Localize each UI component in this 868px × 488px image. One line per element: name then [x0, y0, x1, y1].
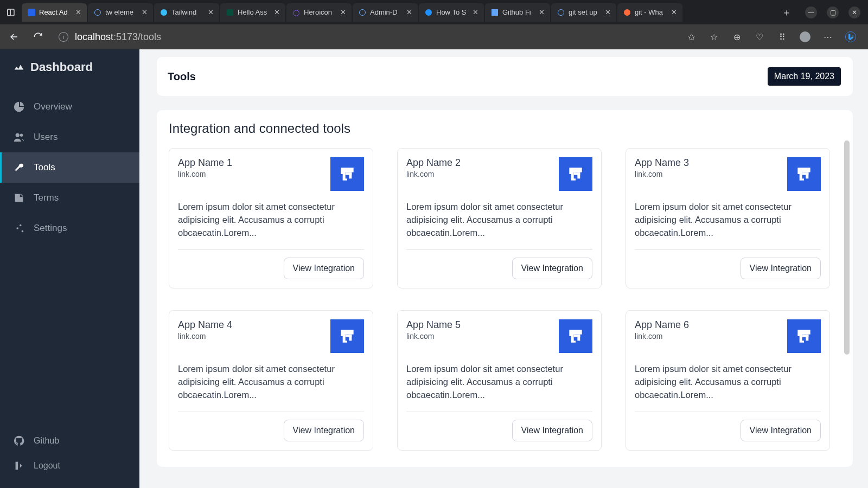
card-divider [635, 249, 821, 250]
tab-label: git set up [569, 8, 601, 16]
svg-point-3 [20, 134, 23, 137]
card-link[interactable]: link.com [406, 332, 461, 341]
integration-card: App Name 1 link.com Lorem ipsum dolor si… [169, 148, 373, 288]
browser-tab[interactable]: tw eleme ✕ [88, 3, 153, 22]
back-button[interactable] [5, 28, 23, 46]
app-logo-icon [787, 319, 821, 353]
view-integration-button[interactable]: View Integration [741, 420, 821, 441]
tab-favicon-icon: ◯ [292, 8, 301, 17]
browser-tab[interactable]: git set up ✕ [551, 3, 616, 22]
svg-point-2 [16, 133, 20, 137]
sidebar-item-logout[interactable]: Logout [0, 453, 139, 478]
github-icon [13, 435, 25, 447]
collections-icon[interactable]: ⊕ [731, 31, 742, 42]
svg-rect-10 [349, 172, 352, 179]
svg-rect-26 [577, 334, 580, 341]
tab-label: Tailwind [171, 8, 204, 16]
performance-icon[interactable]: ♡ [754, 31, 765, 42]
tab-close-icon[interactable]: ✕ [669, 8, 678, 17]
tab-label: Admin-D [370, 8, 403, 16]
browser-tab[interactable]: Github Fi ✕ [485, 3, 550, 22]
brand[interactable]: Dashboard [0, 49, 139, 86]
pie-chart-icon [13, 101, 25, 113]
tab-actions-icon[interactable] [0, 2, 22, 23]
read-aloud-icon[interactable]: ✩ [686, 31, 697, 42]
tab-close-icon[interactable]: ✕ [603, 8, 612, 17]
bing-chat-icon[interactable] [845, 31, 856, 42]
svg-rect-18 [806, 172, 808, 179]
sidebar-item-label: Logout [34, 461, 60, 471]
tab-label: git - Wha [635, 8, 667, 16]
integration-card: App Name 6 link.com Lorem ipsum dolor si… [626, 310, 830, 451]
sidebar-item-label: Tools [34, 162, 55, 173]
sidebar-item-github[interactable]: Github [0, 428, 139, 453]
tab-label: Github Fi [502, 8, 535, 16]
view-integration-button[interactable]: View Integration [512, 258, 592, 279]
wrench-icon [13, 162, 25, 174]
integrations-grid: App Name 1 link.com Lorem ipsum dolor si… [169, 148, 841, 451]
browser-tab[interactable]: Tailwind ✕ [154, 3, 219, 22]
extensions-icon[interactable]: ⠿ [777, 31, 788, 42]
tab-favicon-icon [226, 8, 234, 17]
view-integration-button[interactable]: View Integration [284, 258, 364, 279]
window-maximize-icon[interactable]: ▢ [827, 7, 839, 18]
new-tab-button[interactable]: ＋ [776, 2, 797, 23]
window-close-icon[interactable]: ✕ [848, 7, 860, 18]
sidebar-item-users[interactable]: Users [0, 122, 139, 152]
view-integration-button[interactable]: View Integration [284, 420, 364, 441]
view-integration-button[interactable]: View Integration [741, 258, 821, 279]
card-divider [178, 249, 364, 250]
card-title: App Name 1 [178, 157, 232, 169]
card-title: App Name 4 [178, 319, 232, 331]
sidebar-bottom: Github Logout [0, 428, 139, 488]
tab-close-icon[interactable]: ✕ [537, 8, 546, 17]
card-link[interactable]: link.com [635, 332, 689, 341]
browser-tab[interactable]: How To S ✕ [419, 3, 484, 22]
browser-tab[interactable]: git - Wha ✕ [617, 3, 682, 22]
browser-tab[interactable]: Admin-D ✕ [353, 3, 418, 22]
card-description: Lorem ipsum dolor sit amet consectetur a… [406, 201, 592, 240]
sidebar-item-terms[interactable]: Terms [0, 183, 139, 213]
browser-tab[interactable]: ◯ Heroicon ✕ [286, 3, 352, 22]
panel-scrollbar[interactable] [844, 140, 850, 456]
sidebar-item-label: Overview [34, 101, 72, 112]
tab-favicon-icon [358, 8, 367, 17]
tab-close-icon[interactable]: ✕ [272, 8, 281, 17]
integration-card: App Name 2 link.com Lorem ipsum dolor si… [397, 148, 602, 288]
browser-tab[interactable]: React Ad ✕ [22, 3, 87, 22]
sidebar-item-tools[interactable]: Tools [0, 152, 139, 183]
profile-avatar[interactable] [800, 31, 810, 42]
date-badge: March 19, 2023 [768, 67, 841, 86]
refresh-button[interactable] [29, 28, 47, 46]
tab-close-icon[interactable]: ✕ [74, 8, 82, 17]
view-integration-button[interactable]: View Integration [512, 420, 592, 441]
tab-close-icon[interactable]: ✕ [339, 8, 347, 17]
tab-close-icon[interactable]: ✕ [206, 8, 215, 17]
tab-favicon-icon [424, 8, 433, 17]
favorites-icon[interactable]: ☆ [709, 31, 719, 42]
card-link[interactable]: link.com [406, 170, 461, 178]
sidebar-item-overview[interactable]: Overview [0, 92, 139, 122]
address-bar[interactable]: i localhost:5173/tools [53, 28, 673, 46]
panel-title: Integration and connected tools [169, 121, 841, 136]
sidebar-item-settings[interactable]: Settings [0, 213, 139, 243]
card-link[interactable]: link.com [178, 170, 232, 178]
sliders-icon [13, 222, 25, 234]
site-info-icon[interactable]: i [59, 32, 68, 42]
integrations-panel: Integration and connected tools App Name… [157, 110, 853, 467]
card-link[interactable]: link.com [635, 170, 689, 178]
tab-close-icon[interactable]: ✕ [471, 8, 480, 17]
more-menu-icon[interactable]: ⋯ [822, 31, 833, 42]
tab-favicon-icon [93, 8, 102, 17]
card-title: App Name 5 [406, 319, 461, 331]
svg-rect-14 [577, 172, 580, 179]
document-edit-icon [13, 192, 25, 204]
tab-close-icon[interactable]: ✕ [140, 8, 149, 17]
window-minimize-icon[interactable]: — [805, 7, 817, 18]
integration-card: App Name 4 link.com Lorem ipsum dolor si… [169, 310, 373, 451]
browser-tab[interactable]: Hello Ass ✕ [220, 3, 285, 22]
card-link[interactable]: link.com [178, 332, 232, 341]
tab-label: Hello Ass [238, 8, 270, 16]
tab-favicon-icon [159, 8, 168, 17]
tab-close-icon[interactable]: ✕ [405, 8, 413, 17]
